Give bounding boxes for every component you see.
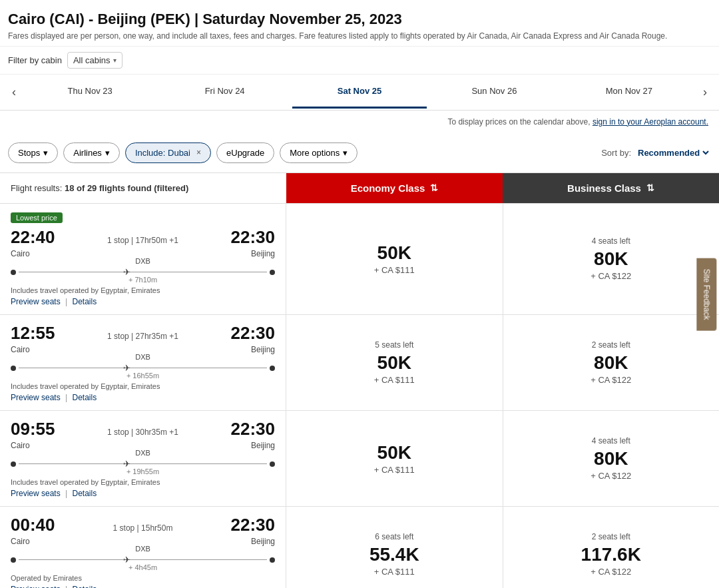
- flight-info: 00:40 1 stop | 15hr50m 22:30 Cairo Beiji…: [0, 507, 286, 588]
- economy-seats-left: 6 seats left: [375, 532, 413, 541]
- arrive-time: 22:30: [231, 419, 276, 440]
- economy-price-cell[interactable]: 6 seats left 55.4K + CA $111: [286, 507, 503, 588]
- cabin-value: All cabins: [73, 55, 111, 65]
- economy-cash: + CA $111: [374, 375, 415, 385]
- flight-card: 12:55 1 stop | 27hr35m +1 22:30 Cairo Be…: [0, 315, 719, 411]
- date-tab-thu[interactable]: Thu Nov 23: [23, 75, 157, 109]
- destination-label: Beijing: [251, 249, 275, 258]
- stops-filter-button[interactable]: Stops ▾: [8, 143, 58, 163]
- flight-info: Lowest price 22:40 1 stop | 17hr50m +1 2…: [0, 204, 286, 314]
- stop-info: 1 stop | 17hr50m +1: [61, 236, 226, 245]
- prev-date-button[interactable]: ‹: [5, 75, 23, 110]
- date-tab-sat[interactable]: Sat Nov 25: [292, 75, 427, 109]
- airlines-dropdown-icon: ▾: [105, 148, 110, 158]
- route-track: DXB + 16h55m ✈: [19, 358, 267, 378]
- results-header: Flight results: 18 of 29 flights found (…: [0, 172, 719, 204]
- flight-actions: Preview seats | Details: [11, 393, 275, 402]
- preview-seats-link[interactable]: Preview seats: [11, 489, 61, 498]
- more-options-filter-button[interactable]: More options ▾: [280, 143, 358, 163]
- preview-seats-link[interactable]: Preview seats: [11, 393, 61, 402]
- origin-dot: [11, 557, 16, 563]
- preview-seats-link[interactable]: Preview seats: [11, 297, 61, 306]
- via-label: DXB: [135, 449, 150, 457]
- include-dubai-close-icon[interactable]: ×: [196, 148, 201, 157]
- business-price-cell[interactable]: 4 seats left 80K + CA $122: [503, 411, 720, 506]
- cabin-filter-select[interactable]: All cabins ▾: [67, 52, 122, 69]
- economy-points: 55.4K: [369, 544, 419, 565]
- sort-label: Sort by:: [601, 148, 631, 158]
- business-price-cell[interactable]: 2 seats left 80K + CA $122: [503, 315, 720, 410]
- business-price-cell[interactable]: 2 seats left 117.6K + CA $122: [503, 507, 720, 588]
- business-cash: + CA $122: [591, 567, 631, 577]
- details-link[interactable]: Details: [73, 489, 97, 498]
- via-label: DXB: [135, 545, 150, 553]
- origin-label: Cairo: [11, 537, 30, 546]
- economy-cash: + CA $111: [374, 265, 415, 275]
- origin-dot: [11, 461, 16, 467]
- details-link[interactable]: Details: [73, 297, 97, 306]
- date-tab-sun[interactable]: Sun Nov 26: [427, 75, 561, 109]
- business-seats-left: 2 seats left: [592, 340, 630, 350]
- business-sort-icon: ⇅: [646, 182, 654, 193]
- destination-dot: [270, 557, 275, 563]
- more-options-dropdown-icon: ▾: [343, 148, 348, 158]
- economy-cash: + CA $111: [374, 567, 415, 577]
- next-date-button[interactable]: ›: [696, 75, 714, 110]
- flight-line: DXB + 4h45m ✈: [11, 550, 275, 570]
- depart-time: 09:55: [11, 419, 55, 440]
- date-tabs: Thu Nov 23 Fri Nov 24 Sat Nov 25 Sun Nov…: [23, 75, 696, 109]
- economy-price-cell[interactable]: 50K + CA $111: [286, 411, 503, 506]
- cabin-chevron-icon: ▾: [113, 57, 117, 64]
- arrive-time: 22:30: [231, 227, 276, 248]
- economy-seats-left: 5 seats left: [375, 340, 413, 350]
- plane-icon: ✈: [123, 459, 130, 469]
- route-line: DXB + 19h55m: [19, 463, 267, 464]
- flight-card: Lowest price 22:40 1 stop | 17hr50m +1 2…: [0, 204, 719, 315]
- flight-line: DXB + 7h10m ✈: [11, 262, 275, 282]
- destination-label: Beijing: [251, 345, 275, 354]
- flight-info: 12:55 1 stop | 27hr35m +1 22:30 Cairo Be…: [0, 315, 286, 410]
- toolbar: Stops ▾ Airlines ▾ Include: Dubai × eUpg…: [0, 133, 719, 172]
- economy-class-label: Economy Class: [351, 182, 425, 194]
- layover-label: + 16h55m: [126, 372, 159, 380]
- business-cash: + CA $122: [591, 271, 631, 281]
- sort-select[interactable]: Recommended Price Duration: [635, 147, 711, 158]
- business-seats-left: 4 seats left: [592, 436, 630, 445]
- airlines-filter-button[interactable]: Airlines ▾: [63, 143, 120, 163]
- arrive-time: 22:30: [231, 323, 276, 344]
- route-line: DXB + 4h45m: [19, 559, 267, 560]
- origin-label: Cairo: [11, 345, 30, 354]
- date-tab-mon[interactable]: Mon Nov 27: [562, 75, 696, 109]
- include-dubai-filter-button[interactable]: Include: Dubai ×: [125, 143, 211, 163]
- economy-price-cell[interactable]: 50K + CA $111: [286, 204, 503, 314]
- economy-cash: + CA $111: [374, 465, 415, 475]
- depart-time: 00:40: [11, 515, 55, 535]
- economy-sort-icon: ⇅: [430, 182, 438, 193]
- depart-time: 12:55: [11, 323, 55, 344]
- origin-label: Cairo: [11, 249, 30, 258]
- flight-card: 00:40 1 stop | 15hr50m 22:30 Cairo Beiji…: [0, 507, 719, 588]
- economy-class-header[interactable]: Economy Class ⇅: [286, 173, 503, 203]
- origin-dot: [11, 270, 16, 275]
- destination-label: Beijing: [251, 441, 275, 450]
- site-feedback-tab[interactable]: Site Feedback: [697, 258, 717, 330]
- operated-by: Includes travel operated by Egyptair, Em…: [11, 382, 275, 390]
- via-label: DXB: [135, 257, 150, 265]
- eupgrade-filter-button[interactable]: eUpgrade: [216, 143, 274, 163]
- stops-dropdown-icon: ▾: [43, 148, 48, 158]
- details-link[interactable]: Details: [73, 585, 97, 588]
- operated-by: Operated by Emirates: [11, 574, 275, 582]
- depart-time: 22:40: [11, 227, 55, 248]
- flight-actions: Preview seats | Details: [11, 489, 275, 498]
- preview-seats-link[interactable]: Preview seats: [11, 585, 61, 588]
- date-tab-fri[interactable]: Fri Nov 24: [157, 75, 292, 109]
- aeroplan-signin-link[interactable]: sign in to your Aeroplan account.: [593, 117, 708, 127]
- sort-section: Sort by: Recommended Price Duration: [601, 147, 711, 158]
- business-seats-left: 4 seats left: [592, 236, 630, 246]
- business-price-cell[interactable]: 4 seats left 80K + CA $122: [503, 204, 720, 314]
- economy-points: 50K: [377, 442, 411, 463]
- business-class-header[interactable]: Business Class ⇅: [503, 173, 719, 203]
- details-link[interactable]: Details: [73, 393, 97, 402]
- economy-price-cell[interactable]: 5 seats left 50K + CA $111: [286, 315, 503, 410]
- route-track: DXB + 4h45m ✈: [19, 550, 267, 570]
